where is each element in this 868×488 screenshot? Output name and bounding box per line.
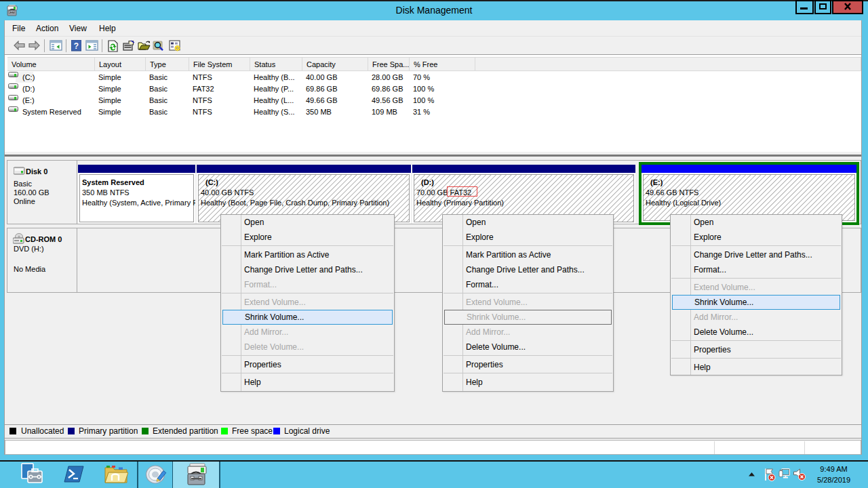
svg-text:?: ?: [74, 41, 79, 51]
